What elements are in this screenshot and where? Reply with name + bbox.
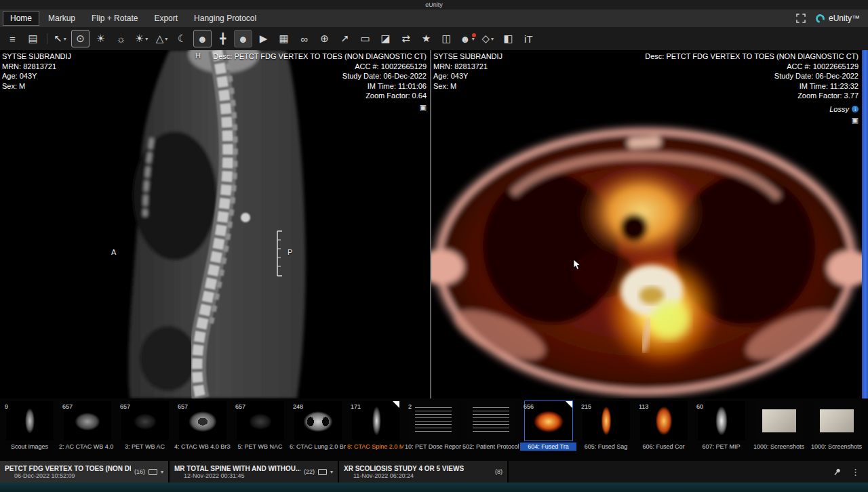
study-tab[interactable]: MR TOTAL SPINE WITH AND WITHOU... 12-Nov… <box>170 461 339 483</box>
chevron-down-icon[interactable] <box>161 469 163 475</box>
enhance-icon[interactable]: ★ <box>417 30 435 47</box>
orientation-marker-posterior: P <box>288 248 292 256</box>
study-desc: Desc: PETCT FDG VERTEX TO TOES (NON DIAG… <box>645 52 859 62</box>
thumbnail-image <box>755 401 803 440</box>
study-title: PETCT FDG VERTEX TO TOES (NON DIA... <box>5 465 131 472</box>
zoom-factor: Zoom Factor: 0.64 <box>213 91 427 101</box>
viewport-fused-axial[interactable]: SYTSE SIJBRANDIJ MRN: 82813721 Age: 043Y… <box>431 50 862 398</box>
series-thumbnail[interactable]: 502: Patient Protocol <box>462 401 519 461</box>
contrast-compare-icon[interactable]: ◧ <box>499 30 517 47</box>
window-level-icon[interactable]: ☀ <box>92 30 110 47</box>
series-thumbnail[interactable]: 9 Scout Images <box>1 401 58 461</box>
study-tab[interactable]: PETCT FDG VERTEX TO TOES (NON DIA... 06-… <box>0 461 170 483</box>
localizer-icon[interactable]: ☻ <box>234 30 252 47</box>
patient-mrn: MRN: 82813721 <box>433 62 502 72</box>
series-thumbnail[interactable]: 1000: Screenshots <box>751 401 807 461</box>
menu-tab-export[interactable]: Export <box>146 11 185 26</box>
info-icon[interactable] <box>852 106 859 112</box>
bottom-edge-strip <box>0 483 868 492</box>
series-thumbnail[interactable]: 2 10: PET Dose Report <box>405 401 461 461</box>
series-label: 1000: Screenshots <box>751 443 807 451</box>
image-scrollbar[interactable] <box>862 50 868 398</box>
more-options-icon[interactable] <box>851 467 860 477</box>
mpr-3d-icon[interactable]: ◇ <box>479 30 497 47</box>
series-thumbnail[interactable]: 657 3: PET WB AC <box>117 401 173 461</box>
display-format-icon[interactable] <box>213 104 427 111</box>
study-series-count: (16) <box>134 468 145 475</box>
display-format-icon[interactable] <box>645 117 859 124</box>
compare-split-icon[interactable]: ◫ <box>437 30 456 47</box>
chevron-down-icon <box>165 36 167 42</box>
zoom-icon[interactable]: ⊕ <box>315 30 334 47</box>
image-count: 2 <box>408 403 412 410</box>
series-thumbnail[interactable]: 657 4: CTAC WB 4.0 Br38 3 <box>174 401 231 461</box>
line-annotation-icon[interactable]: ↗ <box>336 30 354 47</box>
text-annotation-icon[interactable]: iT <box>519 30 538 47</box>
chevron-down-icon[interactable] <box>330 469 333 475</box>
viewport-ct-sagittal[interactable]: SYTSE SIJBRANDIJ MRN: 82813721 Age: 043Y… <box>0 50 430 398</box>
image-count: 9 <box>5 403 8 410</box>
menubar-right: eUnity™ <box>796 14 865 24</box>
thumbnail-image <box>698 401 745 440</box>
series-thumbnail[interactable]: 60 607: PET MIP <box>693 401 749 461</box>
fullscreen-icon[interactable] <box>796 14 806 23</box>
report-icon[interactable]: ▤ <box>24 30 42 47</box>
measure-icon[interactable]: ▭ <box>356 30 374 47</box>
invert-icon[interactable]: ☾ <box>173 30 191 47</box>
patient-age: Age: 043Y <box>433 71 502 81</box>
thumbnail-image <box>467 401 515 440</box>
study-date: Study Date: 06-Dec-2022 <box>213 71 427 81</box>
sync-icon[interactable]: ⇄ <box>397 30 415 47</box>
study-acc: ACC #: 10022665129 <box>213 62 427 72</box>
series-list-icon[interactable]: ≡ <box>3 30 22 47</box>
image-count: 657 <box>62 403 73 410</box>
menu-tab-markup[interactable]: Markup <box>41 11 83 26</box>
image-count: 657 <box>235 403 245 410</box>
patient-age: Age: 043Y <box>2 71 71 81</box>
eraser-icon[interactable]: ◪ <box>376 30 395 47</box>
series-thumbnail[interactable]: 657 2: AC CTAC WB 4.0 H... <box>59 401 115 461</box>
series-thumbnail[interactable]: 215 605: Fused Sag <box>578 401 634 461</box>
image-count: 248 <box>293 403 303 410</box>
image-count: 215 <box>581 403 591 410</box>
magnify-probe-icon[interactable]: ⊙ <box>71 30 90 47</box>
window-titlebar: eUnity <box>0 0 868 9</box>
patient-mrn: MRN: 82813721 <box>2 62 71 72</box>
layout-icon[interactable]: ▦ <box>275 30 293 47</box>
pointer-tool-icon[interactable]: ↖ <box>51 30 69 47</box>
monitor-assignment-icon[interactable] <box>318 469 327 475</box>
menu-tab-hanging-protocol[interactable]: Hanging Protocol <box>186 11 264 26</box>
cine-play-icon[interactable]: ▶ <box>254 30 273 47</box>
series-thumbnail[interactable]: 248 6: CTAC Lung 2.0 Br59 <box>290 401 346 461</box>
image-time: IM Time: 11:01:06 <box>213 81 427 91</box>
series-thumbnail[interactable]: 1000: Screenshots <box>808 401 865 461</box>
collaboration-icon[interactable]: ☻ <box>458 30 477 47</box>
patient-info-overlay: SYTSE SIJBRANDIJ MRN: 82813721 Age: 043Y… <box>2 52 71 91</box>
eunity-logo: eUnity™ <box>815 14 860 24</box>
study-info-overlay: Desc: PETCT FDG VERTEX TO TOES (NON DIAG… <box>213 52 427 111</box>
study-series-count: (8) <box>495 468 502 475</box>
pin-icon[interactable] <box>833 468 842 476</box>
pan-icon[interactable]: ╋ <box>214 30 232 47</box>
study-datetime: 11-Nov-2022 06:20:24 <box>344 472 464 479</box>
patient-name: SYTSE SIJBRANDIJ <box>2 52 71 62</box>
series-thumbnail[interactable]: 171 8: CTAC Spine 2.0 M... <box>347 401 403 461</box>
orientation-marker-head: H <box>195 52 201 60</box>
patient-name: SYTSE SIJBRANDIJ <box>433 52 502 62</box>
series-thumbnail[interactable]: 656 604: Fused Tra <box>520 401 576 461</box>
patient-orientation-icon[interactable]: ☻ <box>193 30 212 47</box>
roi-tool-icon[interactable]: △ <box>153 30 171 47</box>
series-thumbnail[interactable]: 657 5: PET WB NAC <box>232 401 288 461</box>
series-label: 4: CTAC WB 4.0 Br38 3 <box>174 443 231 451</box>
link-series-icon[interactable]: ∞ <box>295 30 313 47</box>
menu-tab-home[interactable]: Home <box>3 11 39 26</box>
menu-tab-flip-rotate[interactable]: Flip + Rotate <box>84 11 145 26</box>
brightness-icon[interactable]: ☼ <box>112 30 130 47</box>
study-tab[interactable]: XR SCOLIOSIS STUDY 4 OR 5 VIEWS 11-Nov-2… <box>339 461 509 483</box>
image-count: 657 <box>178 403 188 410</box>
series-thumbnail[interactable]: 113 606: Fused Cor <box>635 401 692 461</box>
monitor-assignment-icon[interactable] <box>149 469 157 475</box>
mouse-cursor <box>573 260 582 273</box>
zoom-factor: Zoom Factor: 3.77 <box>645 91 859 101</box>
window-presets-icon[interactable]: ☀ <box>132 30 151 47</box>
